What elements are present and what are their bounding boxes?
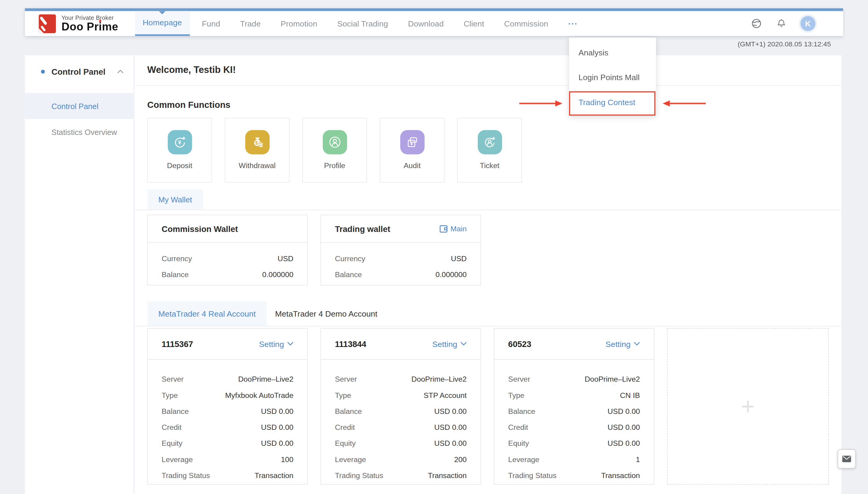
svg-text:¥: ¥ xyxy=(410,141,412,146)
nav-social-trading[interactable]: Social Trading xyxy=(329,11,396,36)
withdrawal-card[interactable]: $ Withdrawal xyxy=(225,118,290,183)
account-row-trading-status: Trading StatusTransaction xyxy=(335,468,466,483)
server-timestamp: (GMT+1) 2020.08.05 13:12:45 xyxy=(738,40,831,48)
wallet-row-balance: Balance0.000000 xyxy=(162,267,293,283)
account-row-leverage: Leverage1 xyxy=(508,452,640,468)
svg-text:¥: ¥ xyxy=(178,139,181,146)
account-row-equity: EquityUSD 0.00 xyxy=(162,436,293,452)
welcome-banner: Welcome, Testib KI! xyxy=(134,55,842,86)
account-row-server: ServerDooPrime–Live2 xyxy=(335,371,466,387)
doo-prime-logo[interactable]: Your Private Broker Doo Prime xyxy=(39,11,118,36)
menu-item-analysis[interactable]: Analysis xyxy=(569,40,656,65)
account-row-leverage: Leverage200 xyxy=(335,452,466,468)
account-row-balance: BalanceUSD 0.00 xyxy=(162,403,293,419)
sidebar-item-control-panel[interactable]: Control Panel xyxy=(25,93,133,119)
annotation-arrow-right-icon xyxy=(519,100,563,108)
account-row-type: TypeMyfxbook AutoTrade xyxy=(162,387,293,403)
profile-label: Profile xyxy=(324,162,345,170)
page: Your Private Broker Doo Prime Homepage F… xyxy=(0,0,868,494)
account-row-type: TypeCN IB xyxy=(508,387,640,403)
account-row-server: ServerDooPrime–Live2 xyxy=(162,371,293,387)
withdrawal-label: Withdrawal xyxy=(239,162,276,170)
nav-client[interactable]: Client xyxy=(456,11,492,36)
chevron-down-icon xyxy=(461,342,466,346)
ticket-card[interactable]: Ticket xyxy=(457,118,522,183)
notifications-bell-icon[interactable] xyxy=(776,18,787,30)
ticket-icon xyxy=(477,130,502,154)
chevron-down-icon xyxy=(634,342,640,346)
nav-promotion[interactable]: Promotion xyxy=(273,11,325,36)
profile-icon xyxy=(322,130,347,154)
svg-text:$: $ xyxy=(255,140,258,146)
add-account-card[interactable]: + xyxy=(667,328,829,484)
account-row-trading-status: Trading StatusTransaction xyxy=(508,468,640,483)
wallet-row-currency: CurrencyUSD xyxy=(335,251,466,267)
account-row-leverage: Leverage100 xyxy=(162,452,293,468)
tab-mt4-real-account[interactable]: MetaTrader 4 Real Account xyxy=(147,302,267,326)
wallet-cards-row: Commission Wallet CurrencyUSD Balance0.0… xyxy=(147,215,829,286)
account-row-balance: BalanceUSD 0.00 xyxy=(335,403,466,419)
setting-dropdown-button[interactable]: Setting xyxy=(606,340,640,348)
language-globe-icon[interactable] xyxy=(751,18,762,30)
audit-card[interactable]: ¥ Audit xyxy=(380,118,445,183)
wallet-row-currency: CurrencyUSD xyxy=(162,251,293,267)
header-actions: K xyxy=(751,11,816,36)
account-cards-row: 1115367 Setting ServerDooPrime–Live2 Typ… xyxy=(147,328,829,484)
nav-fund[interactable]: Fund xyxy=(194,11,228,36)
commission-wallet-title: Commission Wallet xyxy=(148,215,307,243)
deposit-icon: ¥ xyxy=(168,130,192,154)
account-number: 60523 xyxy=(508,339,531,348)
ticket-label: Ticket xyxy=(480,162,499,170)
mail-icon xyxy=(842,454,852,463)
sidebar: Control Panel Control Panel Statistics O… xyxy=(25,55,133,494)
account-row-credit: CreditUSD 0.00 xyxy=(162,419,293,435)
main-nav: Homepage Fund Trade Promotion Social Tra… xyxy=(133,11,588,36)
nav-more[interactable]: ··· xyxy=(560,11,586,36)
active-tab-caret-icon xyxy=(159,11,166,15)
sidebar-group-control-panel[interactable]: Control Panel xyxy=(25,55,133,88)
account-card-1115367: 1115367 Setting ServerDooPrime–Live2 Typ… xyxy=(147,328,308,484)
nav-download[interactable]: Download xyxy=(400,11,451,36)
common-functions-title: Common Functions xyxy=(147,100,829,110)
tab-my-wallet[interactable]: My Wallet xyxy=(147,189,203,210)
setting-dropdown-button[interactable]: Setting xyxy=(432,340,466,348)
account-row-equity: EquityUSD 0.00 xyxy=(508,436,640,452)
brand-text: Your Private Broker Doo Prime xyxy=(61,15,118,33)
account-row-type: TypeSTP Account xyxy=(335,387,466,403)
brand-tagline: Your Private Broker xyxy=(61,15,118,21)
trading-wallet-title: Trading wallet xyxy=(335,224,390,233)
menu-item-login-points-mall[interactable]: Login Points Mall xyxy=(569,65,656,90)
main-content: Welcome, Testib KI! Common Functions ¥ D… xyxy=(134,55,842,494)
setting-dropdown-button[interactable]: Setting xyxy=(259,340,293,348)
welcome-message: Welcome, Testib KI! xyxy=(147,65,236,76)
account-row-balance: BalanceUSD 0.00 xyxy=(508,403,640,419)
top-header: Your Private Broker Doo Prime Homepage F… xyxy=(25,8,843,36)
nav-trade[interactable]: Trade xyxy=(233,11,269,36)
account-row-credit: CreditUSD 0.00 xyxy=(508,419,640,435)
contact-mail-button[interactable] xyxy=(837,449,856,469)
tab-mt4-demo-account[interactable]: MetaTrader 4 Demo Account xyxy=(267,302,386,326)
account-row-trading-status: Trading StatusTransaction xyxy=(162,468,293,483)
nav-homepage[interactable]: Homepage xyxy=(135,11,190,36)
audit-label: Audit xyxy=(404,162,421,170)
chevron-down-icon xyxy=(287,342,293,346)
audit-icon: ¥ xyxy=(400,130,424,154)
wallet-tab-row: My Wallet xyxy=(134,189,842,210)
commission-wallet-card: Commission Wallet CurrencyUSD Balance0.0… xyxy=(147,215,308,286)
wallet-icon xyxy=(439,225,448,233)
deposit-label: Deposit xyxy=(167,162,192,170)
main-wallet-link[interactable]: Main xyxy=(439,225,466,233)
bullet-dot-icon xyxy=(41,70,45,74)
profile-card[interactable]: Profile xyxy=(302,118,367,183)
account-number: 1115367 xyxy=(162,339,193,348)
user-avatar[interactable]: K xyxy=(800,16,816,31)
sidebar-item-statistics-overview[interactable]: Statistics Overview xyxy=(25,119,133,145)
account-number: 1113844 xyxy=(335,339,366,348)
annotation-arrow-left-icon xyxy=(662,100,706,108)
menu-item-trading-contest[interactable]: Trading Contest xyxy=(569,90,656,115)
account-card-1113844: 1113844 Setting ServerDooPrime–Live2 Typ… xyxy=(320,328,481,484)
plus-icon: + xyxy=(741,395,755,418)
nav-commission[interactable]: Commission xyxy=(496,11,556,36)
account-card-60523: 60523 Setting ServerDooPrime–Live2 TypeC… xyxy=(494,328,654,484)
deposit-card[interactable]: ¥ Deposit xyxy=(147,118,212,183)
